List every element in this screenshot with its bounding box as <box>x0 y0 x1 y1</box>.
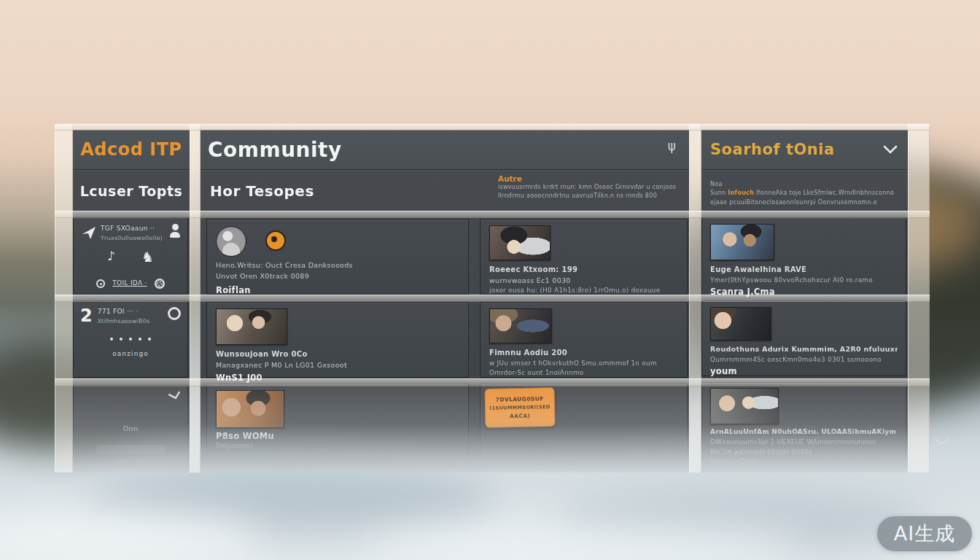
section-title: Hor Tesopes <box>210 182 314 200</box>
sidebar-card-3[interactable]: Onn ursoout W <box>73 385 188 471</box>
topic-line-2: Ymxr(0thYpswoou 80vvoRchohxcur Al0 ro.ra… <box>710 276 898 286</box>
right-title: Soarhof tOnia <box>710 141 835 158</box>
sidebar-card-3-label: Onn <box>80 424 181 435</box>
topic-thumbnail <box>710 224 774 260</box>
note-line-1: 7DVLAUG0SUF <box>496 395 544 402</box>
topic-bold: youm <box>710 366 898 376</box>
topic-bold: WnS1 J00 <box>216 373 459 383</box>
topic-line-2: Managxanec P M0 Ln LG01 Gxsooot <box>216 360 459 371</box>
sidebar-panel: Adcod ITP Lcuser Topts TGF SXOaaun ·· Yr… <box>73 130 190 472</box>
user-icon <box>169 224 181 238</box>
topic-line-1: Roudothuns Adurix Kummmim, A2R0 nfuluuxn… <box>710 344 898 355</box>
topic-card[interactable]: Wunsoujoan Wro 0Co Managxanec P M0 Ln LG… <box>206 302 469 378</box>
sticky-note: 7DVLAUG0SUF (1SUUMMMSURI(SEO AACA) <box>484 387 555 428</box>
topic-line-1: Euge AwaleIhina RAVE <box>710 264 898 276</box>
aside-label: Autre <box>498 174 688 183</box>
aside-line-2: llrndrmu aooocnndrtnu uavruoTilkn.n ns r… <box>498 192 688 201</box>
topic-line-4: WhnnLo Omm. <box>710 457 898 467</box>
topic-card[interactable]: Euge AwaleIhina RAVE Ymxr(0thYpswoou 80v… <box>701 217 906 299</box>
community-subheader: Hor Tesopes Autre iswvuusrmrds krdrt rnu… <box>201 170 689 211</box>
right-sub-line-1: Sunn Infouch lfonneAka toje LkeSfmlwc.Wr… <box>710 189 894 198</box>
topic-line-1: Fimnnu Aodiu 200 <box>489 347 678 359</box>
topic-bold: P8so WOMu <box>216 431 459 441</box>
sidebar-card-1-title: TGF SXOaaun ·· <box>101 224 169 234</box>
topic-card[interactable]: ArnALuuUnfAm N0uhOASru. ULOAASibmuAKiym … <box>701 382 906 471</box>
topic-line-1: Heno.Writsu: Ouct Cresa Danksooods <box>216 260 459 271</box>
topic-thumbnail <box>710 307 771 341</box>
sidebar-card-3-hint: ursoout W <box>80 457 181 465</box>
cursor-arrow-icon <box>80 224 98 241</box>
watermark-label: AI生成 <box>894 521 955 547</box>
sidebar-title: Adcod ITP <box>80 139 182 160</box>
medal-icon <box>265 230 286 251</box>
sidebar-card-1[interactable]: TGF SXOaaun ·· Yruas0u0uowo0o0o) ♪ ♞ TOI… <box>73 217 188 295</box>
sidebar-header: Adcod ITP <box>73 130 190 170</box>
topic-line-2: OWnounuumr3ur 1 UEXEUE WAmmmmmmmmor <box>710 438 898 448</box>
topic-card[interactable]: Heno.Writsu: Ouct Cresa Danksooods Unvot… <box>206 219 469 295</box>
topic-line-2: wurnvwoass Ec1 0030 <box>489 276 678 287</box>
topic-thumbnail <box>710 388 779 424</box>
sidebar-card-1-footer-link[interactable]: TOIL IDA · <box>112 279 147 289</box>
aside-line-1: iswvuusrmrds krdrt rnun: kmn Oseoc Grnvv… <box>498 183 688 192</box>
topic-line-2: Qumrnmmm4Sc oxscKmn0mo4o3 0301 ssmooono <box>710 355 898 365</box>
dots-indicator <box>80 338 181 341</box>
sidebar-card-2-subtitle: XtifmhsaoowiB0s <box>98 317 168 326</box>
right-sub-accent: Infouch <box>728 190 754 196</box>
badge-icon[interactable] <box>155 279 165 289</box>
topic-line-1: Wunsoujoan Wro 0Co <box>216 349 459 360</box>
topic-card[interactable]: Fimnnu Aodiu 200 w JUu smser t hOkvrkuth… <box>480 302 688 378</box>
sidebar-section-title: Lcuser Topts <box>80 183 183 199</box>
screen: Adcod ITP Lcuser Topts TGF SXOaaun ·· Yr… <box>0 0 980 560</box>
topic-card[interactable]: Roudothuns Adurix Kummmim, A2R0 nfuluuxn… <box>701 300 906 376</box>
avatar <box>216 226 246 257</box>
circle-icon <box>168 307 181 320</box>
topic-thumbnail <box>216 308 287 345</box>
note-line-2: (1SUUMMMSURI(SEO <box>489 404 551 411</box>
chevron-down-icon[interactable] <box>883 145 898 155</box>
figure-icon: ♞ <box>141 249 154 265</box>
topic-thumbnail <box>489 225 551 260</box>
music-note-icon: ♪ <box>107 249 115 265</box>
page-title: Community <box>208 138 342 162</box>
topic-line-2: Rotjuomm) <box>216 441 459 451</box>
topic-line-3: Omrdor-Sc ount 1noiAnnmo <box>489 368 678 378</box>
right-sub-nea: Nea <box>710 180 723 189</box>
topic-bold: Roiflan <box>216 285 459 295</box>
sidebar-card-2[interactable]: 2 771 FOI ··· · XtifmhsaoowiB0s oanzingo <box>73 300 188 378</box>
right-panel: Soarhof tOnia Nea Sunn Infouch lfonneAka… <box>701 130 908 472</box>
record-icon[interactable] <box>96 279 105 288</box>
topic-line-1: ArnALuuUnfAm N0uhOASru. ULOAASibmuAKiym <box>710 427 898 438</box>
community-panel: Community ψ Hor Tesopes Autre iswvuusrmr… <box>201 130 689 472</box>
right-sub-line-2: ojaae pcuuiBitonoclosaonnlounrpi Oonvrus… <box>710 198 877 207</box>
subheader-aside: Autre iswvuusrmrds krdrt rnun: kmn Oseoc… <box>498 174 688 201</box>
right-header: Soarhof tOnia <box>701 130 908 170</box>
right-sub-line-1-post: lfonneAka toje LkeSfmlwc.Wrndlnbhnsconno <box>754 190 894 196</box>
topic-card[interactable]: 7DVLAUG0SUF (1SUUMMMSURI(SEO AACA) <box>480 384 688 465</box>
topic-card[interactable]: Roeeec Ktxoom: 199 wurnvwoass Ec1 0030 j… <box>480 219 688 295</box>
sidebar-card-1-subtitle: Yruas0u0uowo0o0o) <box>101 234 169 243</box>
faded-pill <box>96 445 166 454</box>
topic-line-2: Unvot Oren X0track 0089 <box>216 271 459 282</box>
community-header: Community ψ <box>201 130 689 170</box>
topic-line-3: joxor ousa hu: (H0 A1h1s:8ro) 1rrOmu.o) … <box>489 286 678 296</box>
note-line-3: AACA) <box>510 413 531 420</box>
chevron-down-icon[interactable] <box>168 390 183 402</box>
topic-line-1: Roeeec Ktxoom: 199 <box>489 264 678 276</box>
ai-generated-watermark: AI生成 <box>877 516 972 551</box>
topic-card[interactable]: P8so WOMu Rotjuomm) <box>206 384 469 465</box>
sidebar-card-2-title: 771 FOI ··· · <box>98 307 168 317</box>
topic-line-3: Mo.OA wKmmrU 00)(U) 0U20) <box>710 448 898 458</box>
topic-thumbnail <box>216 390 284 428</box>
sidebar-section-bar: Lcuser Topts <box>73 170 190 211</box>
right-sub-line-1-pre: Sunn <box>710 190 728 196</box>
trophy-icon[interactable]: ψ <box>668 139 676 153</box>
topic-line-2: w JUu smser t hOkvrkuthO Smu.ommmof 1n o… <box>489 359 678 369</box>
rank-number: 2 <box>80 307 93 324</box>
right-subheader: Nea Sunn Infouch lfonneAka toje LkeSfmlw… <box>701 170 908 214</box>
topic-thumbnail <box>489 308 552 343</box>
sidebar-card-2-footer: oanzingo <box>80 349 181 359</box>
topic-bold: Scanra J.Cma <box>710 287 898 297</box>
